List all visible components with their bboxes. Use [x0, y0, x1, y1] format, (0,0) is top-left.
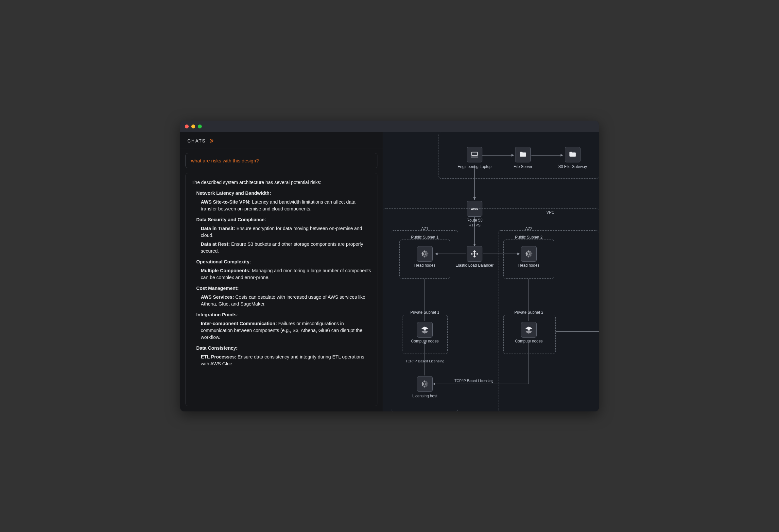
svg-marker-25 [421, 330, 428, 334]
az-label: AZ1 [421, 226, 428, 231]
app-window: CHATS what are risks with this design? T… [180, 121, 599, 411]
node-s3-gateway[interactable] [565, 147, 581, 162]
az-label: AZ2 [525, 226, 532, 231]
svg-marker-26 [525, 326, 532, 330]
item-title: ETL Processes: [201, 354, 236, 359]
subnet-label: Private Subnet 2 [515, 310, 544, 315]
svg-rect-10 [472, 152, 477, 155]
node-label: Engineering Laptop [452, 164, 497, 169]
maximize-icon[interactable] [198, 125, 202, 128]
node-label: Elastic Load Balancer [452, 263, 497, 268]
chats-header[interactable]: CHATS [180, 132, 383, 148]
move-icon [470, 250, 479, 258]
node-head-nodes-1[interactable] [417, 246, 433, 262]
item-title: AWS Site-to-Site VPN: [201, 199, 250, 205]
folder-icon [519, 150, 527, 159]
answer-intro: The described system architecture has se… [192, 179, 371, 186]
minimize-icon[interactable] [191, 125, 195, 128]
cpu-icon [525, 250, 533, 258]
cpu-icon [421, 380, 429, 388]
section-heading: Data Security and Compliance: [196, 216, 371, 223]
subnet-label: Public Subnet 1 [411, 235, 438, 240]
node-file-server[interactable] [515, 147, 531, 162]
section-heading: Network Latency and Bandwidth: [196, 190, 371, 197]
item-title: Multiple Components: [201, 268, 250, 273]
chat-pane: CHATS what are risks with this design? T… [180, 132, 383, 411]
subnet-label: Public Subnet 2 [515, 235, 543, 240]
svg-rect-28 [423, 382, 427, 386]
close-icon[interactable] [185, 125, 189, 128]
subnet-label: Private Subnet 1 [410, 310, 439, 315]
svg-rect-29 [424, 383, 426, 385]
svg-marker-24 [421, 326, 428, 330]
node-head-nodes-2[interactable] [521, 246, 537, 262]
user-message[interactable]: what are risks with this design? [185, 153, 377, 168]
node-licensing-host[interactable] [417, 376, 433, 392]
node-label: Head nodes [402, 263, 448, 268]
cpu-icon [421, 250, 429, 258]
node-label: Compute nodes [506, 339, 552, 343]
node-compute-2[interactable] [521, 322, 537, 338]
titlebar[interactable] [180, 121, 599, 132]
section-heading: Data Consistency: [196, 345, 371, 352]
chevron-right-double-icon [209, 138, 214, 143]
layers-icon [421, 326, 429, 334]
vpc-label: VPC [546, 210, 555, 215]
node-label: File Server [500, 164, 546, 169]
layers-icon [525, 326, 533, 334]
node-label: Licensing host [402, 394, 448, 398]
node-eng-laptop[interactable] [467, 147, 482, 162]
item-title: Data at Rest: [201, 242, 230, 247]
svg-rect-13 [424, 253, 426, 255]
node-label: S3 File Gateway [550, 164, 596, 169]
section-heading: Integration Points: [196, 312, 371, 318]
svg-rect-19 [528, 253, 530, 255]
assistant-message[interactable]: The described system architecture has se… [185, 173, 377, 406]
svg-rect-12 [423, 252, 427, 256]
svg-marker-27 [525, 330, 532, 334]
section-heading: Operational Complexity: [196, 259, 371, 265]
chats-label: CHATS [187, 138, 206, 143]
edge-label: TCP/IP Based Licensing [451, 379, 497, 383]
laptop-icon [470, 150, 479, 159]
folder-icon [568, 150, 577, 159]
diagram-pane[interactable]: Engineering Laptop File Server S3 File G… [383, 132, 599, 411]
node-compute-1[interactable] [417, 322, 433, 338]
item-title: Data in Transit: [201, 226, 235, 231]
node-label: Compute nodes [402, 339, 448, 343]
node-label: Head nodes [506, 263, 552, 268]
item-title: AWS Services: [201, 294, 234, 300]
node-elb[interactable] [467, 246, 482, 262]
edge-label: TCP/IP Based Licensing [402, 359, 448, 363]
section-heading: Cost Management: [196, 285, 371, 292]
item-title: Inter-component Communication: [201, 321, 277, 326]
svg-rect-18 [527, 252, 531, 256]
